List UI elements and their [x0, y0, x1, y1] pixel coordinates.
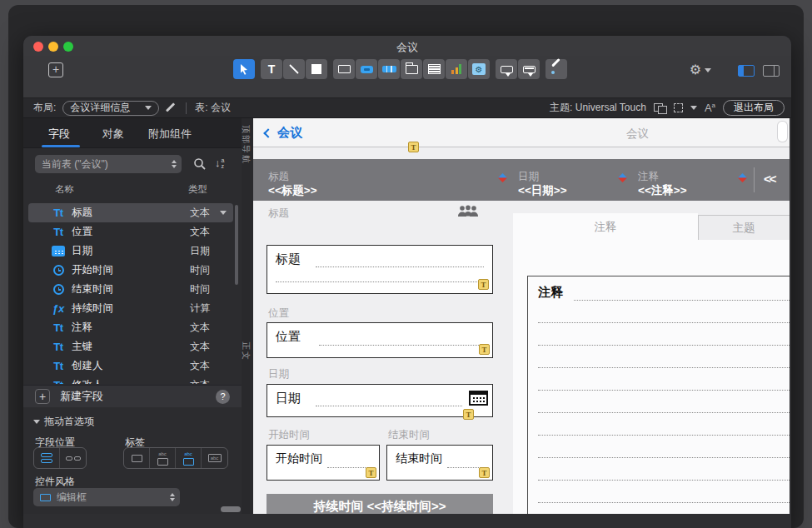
- attendees-icon[interactable]: [456, 205, 480, 217]
- new-layout-button[interactable]: +: [48, 62, 63, 77]
- popover-panel-tool[interactable]: [518, 59, 540, 79]
- header-field-label: 标题: [268, 170, 289, 184]
- table-label: 表: 会议: [195, 101, 231, 115]
- toggle-left-panel-button[interactable]: [738, 65, 755, 77]
- collapse-header-control[interactable]: <<: [764, 172, 775, 186]
- text-badge-icon: T: [478, 279, 489, 290]
- search-icon[interactable]: [193, 157, 207, 171]
- shape-tool[interactable]: [306, 59, 327, 79]
- field-row[interactable]: 开始时间 时间: [28, 261, 233, 280]
- stacked-fields-option[interactable]: [34, 448, 60, 468]
- label-above-option[interactable]: abc: [150, 448, 176, 468]
- tab-notes[interactable]: 注释: [513, 213, 698, 241]
- date-field-label: 日期: [268, 367, 289, 381]
- text-format-icon[interactable]: Aa: [705, 102, 715, 114]
- tab-fields[interactable]: 字段: [48, 127, 70, 142]
- fields-sidebar: 字段 对象 附加组件 当前表 ("会议") ↓ az 名称 类型: [23, 118, 242, 514]
- time-field-icon: [48, 284, 68, 295]
- sort-badge-icon[interactable]: [498, 173, 507, 182]
- portal-tool[interactable]: [423, 59, 445, 79]
- notes-field[interactable]: 注释: [527, 276, 790, 514]
- field-row[interactable]: Tt 注释 文本: [28, 318, 233, 337]
- duration-merge-bar[interactable]: 持续时间 <<持续时间>>: [267, 494, 493, 514]
- field-row[interactable]: Tt 位置 文本: [28, 222, 233, 242]
- time-field-icon: [48, 265, 68, 276]
- tab-topics[interactable]: 主题: [698, 215, 790, 241]
- end-time-field[interactable]: 结束时间 T: [386, 445, 493, 481]
- start-time-field[interactable]: 开始时间 T: [267, 445, 380, 481]
- field-row[interactable]: Tt 修改人 文本: [28, 376, 233, 384]
- control-style-selector[interactable]: 编辑框: [33, 488, 180, 506]
- field-list-scrollbar[interactable]: [235, 205, 238, 285]
- button-bar-tool[interactable]: [378, 59, 400, 79]
- gear-icon: ⚙: [690, 63, 701, 77]
- field-list: Tt 标题 文本 Tt 位置 文本 日期 日期: [23, 202, 242, 384]
- text-tool[interactable]: T: [261, 59, 282, 79]
- field-row[interactable]: Tt 创建人 文本: [28, 356, 233, 376]
- edit-layout-icon[interactable]: [166, 102, 177, 114]
- date-field[interactable]: 日期 T: [267, 384, 493, 417]
- text-field-icon: Tt: [48, 341, 68, 353]
- location-field[interactable]: 位置 T: [267, 322, 493, 358]
- field-row[interactable]: ƒx 持续时间 计算: [28, 299, 233, 318]
- popover-tool[interactable]: [496, 59, 517, 79]
- layout-selector[interactable]: 会议详细信息: [62, 101, 159, 116]
- theme-label: 主题: Universal Touch: [550, 101, 646, 115]
- back-link[interactable]: 会议: [265, 125, 302, 141]
- duplicate-layout-icon[interactable]: [654, 103, 666, 113]
- no-label-option[interactable]: [124, 448, 150, 468]
- chevron-down-icon: [145, 106, 152, 110]
- part-label-top-navigation[interactable]: 顶部导航: [240, 125, 252, 165]
- location-field-label: 位置: [268, 306, 289, 321]
- current-table-selector[interactable]: 当前表 ("会议"): [35, 155, 182, 173]
- sidebar-horizontal-scrollbar[interactable]: [221, 506, 241, 512]
- chart-tool[interactable]: [446, 59, 467, 79]
- tab-objects[interactable]: 对象: [102, 127, 124, 142]
- sort-icon[interactable]: ↓ az: [215, 157, 224, 169]
- text-field-icon: Tt: [48, 321, 68, 334]
- manage-menu[interactable]: ⚙: [690, 63, 711, 77]
- title-field[interactable]: 标题 T: [267, 245, 493, 294]
- merge-field[interactable]: <<标题>>: [268, 183, 317, 198]
- text-badge-icon: T: [408, 142, 419, 152]
- label-left-option[interactable]: abc: [176, 448, 202, 468]
- sort-badge-icon[interactable]: [738, 173, 747, 182]
- field-tool[interactable]: [333, 59, 355, 79]
- new-field-row[interactable]: + 新建字段 ?: [23, 385, 242, 407]
- stepper-icon: [172, 160, 177, 168]
- field-row[interactable]: Tt 主键 文本: [28, 337, 233, 356]
- tab-control-tool[interactable]: [401, 59, 422, 79]
- calendar-drop-icon[interactable]: [469, 391, 488, 406]
- button-tool[interactable]: [356, 59, 377, 79]
- header-field-label: 日期: [518, 170, 539, 184]
- part-label-strip: 顶部导航 正文: [242, 118, 253, 514]
- merge-field[interactable]: <<注释>>: [638, 183, 687, 198]
- disclosure-triangle-icon: [33, 420, 40, 424]
- selection-style-icon[interactable]: [674, 103, 683, 112]
- select-tool[interactable]: [233, 59, 255, 79]
- canvas-vertical-scrollbar[interactable]: [778, 122, 787, 142]
- addon-tool[interactable]: ⚙: [468, 59, 490, 79]
- chevron-down-icon: [690, 106, 697, 110]
- field-row[interactable]: Tt 标题 文本: [28, 203, 233, 222]
- format-painter-tool[interactable]: [545, 59, 567, 79]
- line-tool[interactable]: [283, 59, 305, 79]
- exit-layout-button[interactable]: 退出布局: [723, 100, 785, 116]
- chevron-down-icon[interactable]: [220, 211, 227, 215]
- merge-field[interactable]: <<日期>>: [518, 183, 567, 198]
- tab-addons[interactable]: 附加组件: [148, 127, 192, 142]
- sidebar-tab-bar: 字段 对象 附加组件: [23, 118, 242, 148]
- window-title: 会议: [23, 40, 791, 55]
- drag-preferences-disclosure[interactable]: 拖动首选项: [33, 415, 94, 429]
- help-icon[interactable]: ?: [216, 390, 230, 404]
- top-navigation-part: 会议 会议: [253, 118, 790, 147]
- label-inside-option[interactable]: abc: [202, 448, 227, 468]
- field-row[interactable]: 日期 日期: [28, 242, 233, 261]
- field-row[interactable]: 结束时间 时间: [28, 280, 233, 299]
- side-by-side-option[interactable]: [60, 448, 86, 468]
- part-label-body[interactable]: 正文: [240, 341, 252, 361]
- toggle-right-panel-button[interactable]: [763, 65, 780, 77]
- sort-badge-icon[interactable]: [618, 173, 627, 182]
- window-bottom-bar: [23, 514, 791, 528]
- field-position-options: [33, 447, 87, 469]
